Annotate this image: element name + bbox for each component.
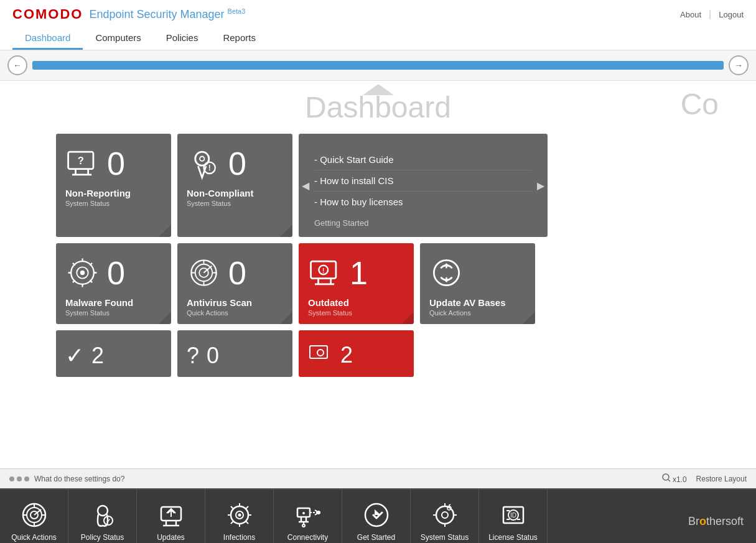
gs-item-2[interactable]: - How to install CIS xyxy=(314,170,532,192)
logo-beta: Beta3 xyxy=(228,7,246,15)
card-malware-found[interactable]: 0 Malware Found System Status xyxy=(56,243,171,324)
svg-line-17 xyxy=(73,280,75,282)
toolbar-get-started[interactable]: Get Started xyxy=(342,490,411,543)
svg-text:?: ? xyxy=(78,155,84,166)
toolbar-license-status[interactable]: ID License Status xyxy=(479,490,548,543)
svg-line-40 xyxy=(668,480,670,481)
non-compliant-label: Non-Compliant xyxy=(187,188,283,198)
gs-items-list: - Quick Start Guide - How to install CIS… xyxy=(314,149,532,212)
nav-reports[interactable]: Reports xyxy=(210,27,268,50)
get-started-icon xyxy=(363,502,390,528)
card-antivirus-scan[interactable]: 0 Antivirus Scan Quick Actions xyxy=(177,243,292,324)
logout-link[interactable]: Logout xyxy=(719,10,744,19)
card-partial-1[interactable]: ✓ 2 xyxy=(56,330,171,377)
card-partial-2[interactable]: ? 0 xyxy=(177,330,292,377)
nav-dashboard[interactable]: Dashboard xyxy=(12,27,83,50)
card-getting-started[interactable]: ◀ - Quick Start Guide - How to install C… xyxy=(299,134,548,237)
outdated-count: 1 xyxy=(350,257,368,289)
status-bar: What do these settings do? x1.0 Restore … xyxy=(0,468,756,488)
svg-point-49 xyxy=(98,506,108,516)
toolbar-updates[interactable]: Updates xyxy=(137,490,205,543)
status-dot-3 xyxy=(24,476,29,481)
antivirus-scan-label: Antivirus Scan xyxy=(187,297,283,308)
gs-nav-right-icon[interactable]: ▶ xyxy=(537,180,544,192)
card-outdated[interactable]: ! 1 Outdated System Status xyxy=(299,243,414,324)
gs-item-3[interactable]: - How to buy licenses xyxy=(314,192,532,212)
malware-icon xyxy=(65,256,100,290)
toolbar-system-status-label: System Status xyxy=(421,533,469,542)
nav-forward-button[interactable]: → xyxy=(729,55,749,75)
card-partial-3[interactable]: 2 xyxy=(299,330,414,377)
toolbar-license-label: License Status xyxy=(488,533,538,542)
antivirus-scan-sublabel: Quick Actions xyxy=(187,309,283,317)
non-reporting-icon: ? xyxy=(65,146,100,180)
nav-back-button[interactable]: ← xyxy=(7,55,27,75)
antivirus-scan-icon xyxy=(187,256,221,290)
update-av-sublabel: Quick Actions xyxy=(429,309,526,317)
bottom-toolbar: Quick Actions ✓ Policy Status Updates xyxy=(0,488,756,543)
zoom-level: x1.0 xyxy=(662,473,687,484)
dashboard-title: Dashboard xyxy=(305,91,451,124)
header-top: COMODO Endpoint Security Manager Beta3 A… xyxy=(12,6,744,22)
svg-point-38 xyxy=(317,350,324,356)
toolbar-policy-status[interactable]: ✓ Policy Status xyxy=(68,490,137,543)
update-av-label: Update AV Bases xyxy=(429,297,526,308)
updates-icon xyxy=(158,502,184,528)
svg-line-63 xyxy=(246,521,248,524)
branding-area: Brothersoft xyxy=(676,490,756,543)
malware-label: Malware Found xyxy=(65,297,162,308)
svg-point-39 xyxy=(663,474,669,480)
svg-text:!: ! xyxy=(322,267,324,274)
outdated-sublabel: System Status xyxy=(308,309,404,317)
connectivity-icon xyxy=(295,502,321,528)
outdated-label: Outdated xyxy=(308,297,404,308)
restore-layout-button[interactable]: Restore Layout xyxy=(696,475,747,483)
toolbar-infections[interactable]: Infections xyxy=(205,490,274,543)
gs-item-1[interactable]: - Quick Start Guide xyxy=(314,149,532,170)
logo-comodo: COMODO xyxy=(12,6,83,22)
svg-line-64 xyxy=(246,506,248,509)
malware-sublabel: System Status xyxy=(65,309,162,317)
outdated-icon: ! xyxy=(308,256,342,290)
progress-track xyxy=(32,61,724,70)
malware-count: 0 xyxy=(107,257,125,289)
toolbar-infections-label: Infections xyxy=(223,533,255,542)
non-reporting-count: 0 xyxy=(107,147,125,180)
svg-text:!: ! xyxy=(208,164,211,172)
status-right: x1.0 Restore Layout xyxy=(662,473,747,484)
brand-o: o xyxy=(699,515,706,527)
toolbar-system-status[interactable]: System Status xyxy=(411,490,479,543)
header: COMODO Endpoint Security Manager Beta3 A… xyxy=(0,0,756,50)
card-update-av[interactable]: Update AV Bases Quick Actions xyxy=(420,243,535,324)
toolbar-quick-actions[interactable]: Quick Actions xyxy=(0,490,68,543)
dashboard-subtitle: Co xyxy=(681,87,719,121)
status-dots xyxy=(9,476,29,481)
about-link[interactable]: About xyxy=(680,10,701,19)
svg-rect-37 xyxy=(310,346,327,358)
toolbar-updates-label: Updates xyxy=(157,533,185,542)
toolbar-quick-actions-label: Quick Actions xyxy=(11,533,57,542)
main-content: Dashboard Co ? 0 xyxy=(0,81,756,468)
status-dot-2 xyxy=(17,476,22,481)
gs-nav-left-icon[interactable]: ◀ xyxy=(302,180,309,192)
card-non-compliant[interactable]: ! 0 Non-Compliant System Status xyxy=(177,134,292,237)
zoom-icon xyxy=(662,473,671,482)
svg-point-19 xyxy=(80,271,85,275)
status-dot-1 xyxy=(9,476,14,481)
svg-text:ID: ID xyxy=(510,512,516,519)
nav-policies[interactable]: Policies xyxy=(154,27,211,50)
svg-line-15 xyxy=(90,280,92,282)
license-icon: ID xyxy=(500,502,526,528)
toolbar-connectivity[interactable]: Connectivity xyxy=(274,490,342,543)
nav: Dashboard Computers Policies Reports xyxy=(12,27,744,50)
partial-count-2: 0 xyxy=(207,345,219,367)
toolbar-get-started-label: Get Started xyxy=(357,533,395,542)
non-compliant-icon: ! xyxy=(187,146,221,180)
card-non-reporting[interactable]: ? 0 Non-Reporting System Status xyxy=(56,134,171,237)
svg-line-16 xyxy=(90,263,92,266)
logo-area: COMODO Endpoint Security Manager Beta3 xyxy=(12,6,245,22)
toolbar-connectivity-label: Connectivity xyxy=(287,533,328,542)
antivirus-scan-count: 0 xyxy=(228,257,246,289)
non-compliant-sublabel: System Status xyxy=(187,200,283,207)
nav-computers[interactable]: Computers xyxy=(83,27,153,50)
